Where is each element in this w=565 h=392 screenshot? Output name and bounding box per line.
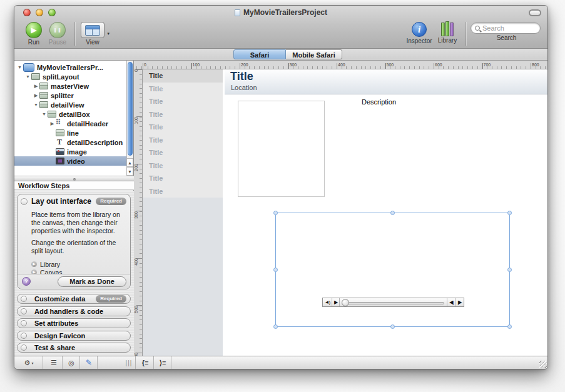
tree-item-label: detailHeader — [67, 120, 108, 128]
tree-item-mymovietrailerspr[interactable]: ▼MyMovieTrailersPr... — [14, 63, 127, 72]
titlebar[interactable]: MyMovieTrailersProject — [14, 6, 547, 19]
workflow-step-customize-data[interactable]: Customize dataRequired — [17, 294, 131, 304]
disclosure-closed-icon[interactable]: ▶ — [33, 84, 39, 89]
drag-handle[interactable]: ||| — [123, 356, 135, 369]
tree-item-video[interactable]: video — [14, 156, 127, 166]
list-row[interactable]: Title — [143, 134, 223, 147]
detail-header[interactable]: Title Location — [225, 69, 547, 94]
list-row[interactable]: Title — [143, 159, 223, 173]
list-row[interactable]: Title — [143, 172, 223, 185]
list-view-button[interactable]: ☰ — [46, 356, 62, 369]
gear-menu-button[interactable]: ⚙ ▾ — [19, 356, 38, 369]
resize-grip[interactable] — [539, 361, 547, 368]
ruler-label: 400 — [338, 63, 345, 67]
disclosure-closed-icon[interactable]: ▶ — [49, 121, 56, 126]
ruler-label: 300 — [290, 63, 297, 67]
run-button[interactable]: ▶ Run — [24, 22, 43, 46]
desktop: MyMovieTrailersProject ▶ Run ❚❚ Pause ▾ — [0, 0, 565, 392]
list-row[interactable]: Title — [143, 185, 223, 198]
tree-item-label: splitter — [51, 92, 74, 99]
search-input[interactable] — [482, 24, 532, 32]
stop-button[interactable]: ◎ — [63, 356, 79, 369]
video-scrubber[interactable] — [340, 298, 447, 306]
tree-item-splitter[interactable]: ▶splitter — [14, 91, 127, 100]
statusbar-divider — [79, 356, 80, 369]
tree-item-line[interactable]: line — [14, 128, 127, 138]
image-placeholder[interactable] — [238, 101, 325, 197]
list-row[interactable]: Title — [143, 121, 223, 134]
pause-button[interactable]: ❚❚ Pause — [47, 22, 68, 46]
disclosure-closed-icon[interactable]: ▶ — [33, 93, 39, 98]
step-back-icon[interactable]: ◀| — [447, 298, 455, 306]
tree-item-image[interactable]: image — [14, 147, 127, 156]
step-checkbox[interactable] — [21, 198, 28, 205]
inspector-button[interactable]: i Inspector — [405, 22, 434, 44]
workflow-step-set-attributes[interactable]: Set attributes — [17, 318, 131, 328]
tree-item-detaildescription[interactable]: detailDescription — [14, 138, 127, 147]
master-list-view[interactable]: TitleTitleTitleTitleTitleTitleTitleTitle… — [143, 69, 223, 356]
resize-handle[interactable] — [273, 268, 278, 272]
tree-item-detailheader[interactable]: ▶detailHeader — [14, 119, 127, 128]
disclosure-open-icon[interactable]: ▼ — [24, 74, 31, 79]
search-field[interactable] — [471, 23, 541, 34]
scrubber-knob[interactable] — [342, 299, 349, 306]
list-row[interactable]: Title — [143, 83, 223, 96]
disclosure-open-icon[interactable]: ▼ — [41, 112, 48, 116]
list-row[interactable]: Title — [143, 69, 223, 83]
toolbar-toggle-button[interactable] — [529, 9, 541, 16]
view-button[interactable]: ▾ View — [78, 22, 107, 46]
library-button[interactable]: Library — [435, 21, 460, 44]
record-icon: ◎ — [68, 359, 74, 367]
workflow-step-lay-out-interface: Lay out interface Required Place items f… — [17, 194, 131, 289]
mark-as-done-button[interactable]: Mark as Done — [58, 276, 126, 287]
tab-mobile-safari[interactable]: Mobile Safari — [286, 49, 342, 59]
detail-description[interactable]: Description — [362, 98, 396, 106]
edit-button[interactable]: ✎ — [81, 356, 97, 369]
step-link-library[interactable]: ▶Library — [31, 260, 124, 268]
ruler-label: 200 — [134, 164, 138, 176]
step-checkbox[interactable] — [21, 333, 27, 339]
tree-item-label: masterView — [51, 83, 89, 90]
list-row[interactable]: Title — [143, 108, 223, 121]
disclosure-open-icon[interactable]: ▼ — [16, 65, 23, 69]
volume-icon[interactable]: ◄) — [323, 298, 333, 306]
list-row[interactable]: Title — [143, 146, 223, 159]
workflow-steps-panel: Lay out interface Required Place items f… — [14, 191, 134, 356]
workflow-step-design-favicon[interactable]: Design Favicon — [17, 331, 131, 341]
resize-handle[interactable] — [273, 211, 278, 215]
step-checkbox[interactable] — [21, 320, 27, 326]
resize-handle[interactable] — [507, 268, 512, 272]
scroll-up-button[interactable]: ▲ — [126, 158, 133, 167]
resize-handle[interactable] — [507, 324, 512, 329]
scrollbar-thumb[interactable] — [128, 62, 133, 156]
workflow-step-add-handlers-code[interactable]: Add handlers & code — [17, 306, 131, 316]
resize-handle[interactable] — [507, 211, 512, 215]
play-icon[interactable]: ▶ — [332, 298, 340, 306]
tree-item-masterview[interactable]: ▶masterView — [14, 81, 127, 91]
tree-item-detailview[interactable]: ▼detailView — [14, 100, 127, 109]
video-controller[interactable]: ◄) ▶ ◀| |▶ — [322, 298, 464, 307]
resize-handle[interactable] — [390, 324, 395, 329]
scroll-down-button[interactable]: ▼ — [126, 167, 133, 176]
resize-handle[interactable] — [390, 211, 395, 215]
video-element-selected[interactable]: ◄) ▶ ◀| |▶ — [275, 213, 510, 327]
detail-view[interactable]: Title Location Description — [225, 69, 547, 356]
help-button[interactable]: ? — [22, 277, 31, 286]
tree-item-label: MyMovieTrailersPr... — [37, 64, 103, 71]
resize-handle[interactable] — [273, 324, 278, 329]
box-icon — [48, 111, 56, 118]
source-code-button[interactable]: ⟩≡ — [155, 356, 171, 369]
step-checkbox[interactable] — [21, 296, 27, 302]
sidebar-splitter[interactable] — [14, 176, 134, 181]
step-checkbox[interactable] — [21, 344, 27, 351]
disclosure-open-icon[interactable]: ▼ — [33, 103, 39, 107]
tab-safari[interactable]: Safari — [233, 49, 286, 59]
step-checkbox[interactable] — [21, 308, 27, 314]
ruler-label: 200 — [241, 63, 248, 67]
workflow-step-test-share[interactable]: Test & share — [17, 343, 131, 353]
step-forward-icon[interactable]: |▶ — [455, 298, 463, 306]
tree-item-splitlayout[interactable]: ▼splitLayout — [14, 72, 127, 81]
source-list-button[interactable]: {≡ — [137, 356, 153, 369]
tree-item-detailbox[interactable]: ▼detailBox — [14, 109, 127, 119]
list-row[interactable]: Title — [143, 95, 223, 108]
